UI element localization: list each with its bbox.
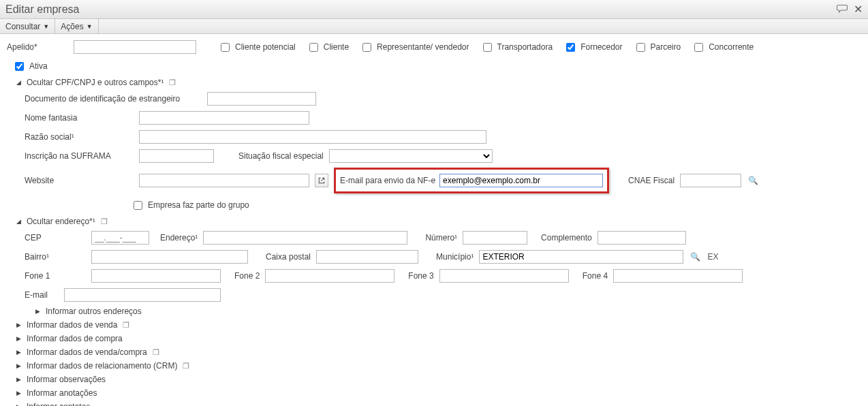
fone3-label: Fone 3 — [408, 271, 433, 281]
email-nfe-label: E-mail para envio da NF-e — [340, 176, 435, 185]
section-dados-venda[interactable]: ▶ Informar dados de venda ❐ — [15, 320, 861, 330]
chevron-down-icon: ▼ — [43, 23, 49, 30]
municipio-suffix: EX — [707, 252, 718, 262]
section-label: Ocultar CPF/CNPJ e outros campos*¹ — [27, 78, 164, 87]
menubar: Consultar ▼ Ações ▼ — [0, 19, 868, 34]
doc-estrangeiro-input[interactable] — [207, 92, 316, 106]
section-dados-venda-compra[interactable]: ▶ Informar dados de venda/compra ❐ — [15, 347, 861, 357]
fone3-input[interactable] — [439, 269, 569, 283]
titlebar: Editar empresa ✕ — [0, 0, 868, 19]
section-label: Informar observações — [27, 375, 106, 384]
section-label: Informar contatos — [27, 402, 90, 406]
form-content: Apelido* Cliente potencial Cliente Repre… — [0, 34, 868, 406]
chk-parceiro[interactable]: Parceiro — [636, 42, 681, 52]
section-ocultar-cpf[interactable]: ◢ Ocultar CPF/CNPJ e outros campos*¹ ❐ — [15, 78, 861, 87]
apelido-label: Apelido* — [7, 42, 68, 52]
fone2-label: Fone 2 — [234, 271, 260, 281]
search-icon[interactable]: 🔍 — [689, 252, 702, 262]
municipio-input[interactable] — [479, 250, 683, 264]
close-icon[interactable]: ✕ — [854, 4, 863, 15]
section-label: Informar anotações — [27, 388, 97, 398]
fone2-input[interactable] — [265, 269, 394, 283]
triangle-right-icon: ▶ — [15, 390, 22, 396]
razao-social-label: Razão social¹ — [25, 132, 134, 142]
bairro-label: Bairro¹ — [25, 252, 86, 262]
inscricao-suframa-input[interactable] — [139, 149, 214, 163]
website-input[interactable] — [139, 174, 309, 187]
copy-icon[interactable]: ❐ — [151, 348, 161, 357]
section-ocultar-endereco[interactable]: ◢ Ocultar endereço*¹ ❐ — [15, 217, 861, 226]
section-dados-compra[interactable]: ▶ Informar dados de compra — [15, 334, 861, 343]
copy-icon[interactable]: ❐ — [121, 321, 131, 330]
chk-concorrente[interactable]: Concorrente — [694, 42, 754, 52]
endereco-label: Endereço¹ — [160, 233, 198, 243]
nome-fantasia-input[interactable] — [139, 111, 309, 125]
menu-acoes[interactable]: Ações ▼ — [55, 19, 98, 33]
municipio-label: Município¹ — [436, 252, 474, 262]
cnae-label: CNAE Fiscal — [628, 176, 675, 185]
section-dados-crm[interactable]: ▶ Informar dados de relacionamento (CRM)… — [15, 361, 861, 371]
section-label: Informar outros endereços — [46, 307, 142, 316]
company-type-group: Cliente potencial Cliente Representante/… — [221, 42, 754, 52]
triangle-right-icon: ▶ — [15, 362, 22, 369]
copy-icon[interactable]: ❐ — [99, 217, 109, 226]
endereco-input[interactable] — [203, 231, 407, 245]
fone1-label: Fone 1 — [25, 271, 86, 281]
page-title: Editar empresa — [5, 3, 80, 16]
numero-input[interactable] — [463, 231, 527, 245]
apelido-input[interactable] — [74, 40, 196, 54]
chk-fornecedor[interactable]: Fornecedor — [566, 42, 622, 52]
cep-input[interactable] — [91, 231, 149, 245]
triangle-right-icon: ▶ — [34, 308, 42, 315]
chat-icon[interactable] — [836, 3, 848, 16]
external-link-icon — [317, 176, 326, 185]
cep-label: CEP — [25, 233, 86, 243]
numero-label: Número¹ — [425, 233, 457, 243]
section-label: Ocultar endereço*¹ — [27, 217, 95, 226]
email-input[interactable] — [64, 288, 221, 302]
section-contatos[interactable]: ▶ Informar contatos — [15, 402, 861, 406]
section-label: Informar dados de compra — [27, 334, 123, 343]
cnae-input[interactable] — [680, 174, 741, 187]
fone1-input[interactable] — [91, 269, 221, 283]
chk-empresa-grupo[interactable]: Empresa faz parte do grupo — [134, 200, 249, 210]
chk-transportadora[interactable]: Transportadora — [483, 42, 553, 52]
razao-social-input[interactable] — [139, 130, 486, 144]
complemento-input[interactable] — [598, 231, 686, 245]
chk-cliente-potencial[interactable]: Cliente potencial — [221, 42, 296, 52]
doc-estrangeiro-label: Documento de identificação de estrangeir… — [25, 94, 202, 104]
email-label: E-mail — [25, 290, 59, 300]
copy-icon[interactable]: ❐ — [168, 78, 177, 87]
nome-fantasia-label: Nome fantasia — [25, 113, 134, 123]
menu-label: Ações — [61, 22, 83, 31]
chk-ativa[interactable]: Ativa — [15, 61, 48, 71]
fone4-input[interactable] — [613, 269, 743, 283]
section-label: Informar dados de relacionamento (CRM) — [27, 361, 177, 371]
email-nfe-input[interactable] — [439, 174, 603, 187]
complemento-label: Complemento — [541, 233, 592, 243]
section-label: Informar dados de venda — [27, 320, 117, 330]
triangle-down-icon: ◢ — [15, 79, 22, 86]
situacao-fiscal-select[interactable] — [329, 149, 493, 163]
inscricao-suframa-label: Inscrição na SUFRAMA — [25, 151, 134, 161]
open-link-button[interactable] — [315, 174, 328, 187]
fone4-label: Fone 4 — [583, 271, 608, 281]
caixa-postal-label: Caixa postal — [266, 252, 311, 262]
chk-representante[interactable]: Representante/ vendedor — [362, 42, 469, 52]
copy-icon[interactable]: ❐ — [181, 362, 191, 371]
website-label: Website — [25, 176, 134, 185]
section-outros-enderecos[interactable]: ▶ Informar outros endereços — [34, 307, 861, 316]
bairro-input[interactable] — [91, 250, 248, 264]
chk-cliente[interactable]: Cliente — [309, 42, 349, 52]
triangle-down-icon: ◢ — [15, 218, 22, 225]
menu-label: Consultar — [5, 22, 40, 31]
caixa-postal-input[interactable] — [316, 250, 418, 264]
triangle-right-icon: ▶ — [15, 335, 22, 342]
situacao-fiscal-label: Situação fiscal especial — [238, 151, 324, 161]
section-observacoes[interactable]: ▶ Informar observações — [15, 375, 861, 384]
triangle-right-icon: ▶ — [15, 403, 22, 406]
triangle-right-icon: ▶ — [15, 322, 22, 328]
section-anotacoes[interactable]: ▶ Informar anotações — [15, 388, 861, 398]
menu-consultar[interactable]: Consultar ▼ — [0, 19, 55, 33]
search-icon[interactable]: 🔍 — [747, 176, 760, 185]
